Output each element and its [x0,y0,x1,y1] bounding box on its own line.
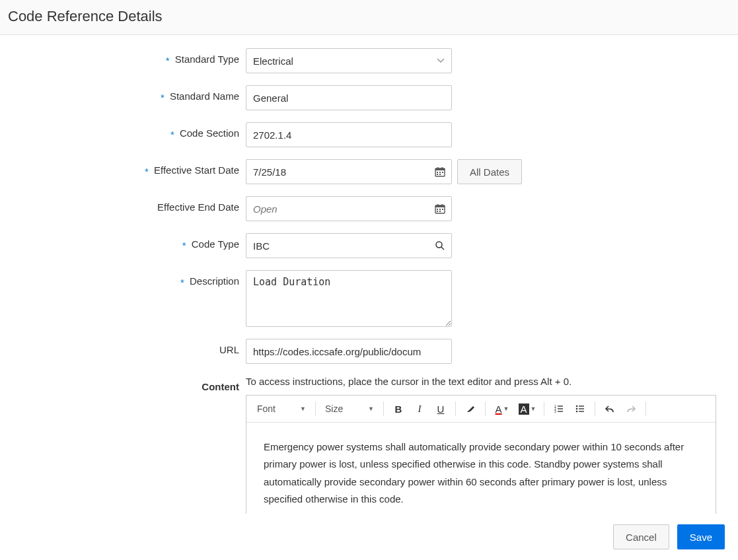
label-text: Standard Name [170,90,239,102]
label-standard-name: * Standard Name [8,85,246,103]
label-text: Code Type [192,238,239,250]
svg-point-26 [576,405,578,407]
row-eff-end: Effective End Date [8,196,730,221]
row-code-type: * Code Type [8,233,730,258]
row-code-section: * Code Section [8,122,730,147]
row-description: * Description [8,270,730,327]
eff-start-date-input[interactable] [246,159,452,184]
label-code-type: * Code Type [8,233,246,251]
cancel-button[interactable]: Cancel [613,524,669,549]
page-header: Code Reference Details [0,0,738,35]
size-dropdown-label: Size [325,403,343,414]
highlight-button[interactable] [461,400,480,418]
label-content: Content [8,376,246,392]
unordered-list-button[interactable] [571,400,589,418]
separator [315,402,316,416]
required-marker: * [182,240,186,251]
row-content: Content To access instructions, place th… [8,376,730,514]
separator [455,402,456,416]
row-standard-name: * Standard Name [8,85,730,110]
redo-button[interactable] [622,400,640,418]
label-url: URL [8,339,246,355]
footer: Cancel Save [0,514,738,560]
description-textarea[interactable] [246,270,452,327]
label-text: Description [190,275,239,287]
code-section-input[interactable] [246,122,452,147]
code-type-input[interactable] [246,233,452,258]
required-marker: * [166,55,170,66]
save-button[interactable]: Save [677,524,725,549]
svg-point-27 [576,408,578,410]
page: Code Reference Details * Standard Type E… [0,0,738,560]
row-eff-start: * Effective Start Date All Dates [8,159,730,184]
all-dates-button[interactable]: All Dates [457,159,522,184]
size-dropdown[interactable]: Size ▼ [321,401,378,417]
separator [595,402,595,416]
underline-button[interactable]: U [431,400,450,418]
separator [544,402,544,416]
separator [646,402,646,416]
standard-name-input[interactable] [246,85,452,110]
form-scroll-area[interactable]: * Standard Type Electrical * Standard Na… [0,35,738,514]
label-eff-start: * Effective Start Date [8,159,246,177]
required-marker: * [180,277,184,288]
svg-text:3: 3 [554,409,556,413]
label-text: Effective End Date [157,201,239,213]
label-code-section: * Code Section [8,122,246,140]
standard-type-select[interactable]: Electrical [246,48,452,73]
editor-hint: To access instructions, place the cursor… [246,376,572,387]
url-input[interactable] [246,339,452,364]
page-title: Code Reference Details [8,8,730,25]
editor-body[interactable]: Emergency power systems shall automatica… [246,423,716,514]
label-text: Content [202,381,239,392]
eff-end-date-input[interactable] [246,196,452,221]
undo-button[interactable] [601,400,619,418]
label-standard-type: * Standard Type [8,48,246,66]
label-text: URL [219,344,239,355]
select-value: Electrical [253,55,293,67]
label-text: Code Section [180,127,239,139]
label-text: Effective Start Date [154,164,239,176]
row-standard-type: * Standard Type Electrical [8,48,730,73]
rich-text-editor: Font ▼ Size ▼ B I U [246,395,716,514]
editor-toolbar: Font ▼ Size ▼ B I U [246,396,716,423]
svg-point-28 [576,411,578,413]
bg-color-button[interactable]: A▼ [516,400,538,418]
ordered-list-button[interactable]: 123 [550,400,568,418]
bold-button[interactable]: B [389,400,408,418]
label-eff-end: Effective End Date [8,196,246,213]
label-text: Standard Type [175,53,239,65]
text-color-button[interactable]: A▼ [491,400,513,418]
italic-button[interactable]: I [410,400,429,418]
font-dropdown-label: Font [257,403,276,414]
font-dropdown[interactable]: Font ▼ [253,401,310,417]
row-url: URL [8,339,730,364]
chevron-down-icon [437,57,445,65]
separator [383,402,384,416]
chevron-down-icon: ▼ [368,405,374,412]
required-marker: * [161,92,165,103]
required-marker: * [145,166,149,177]
required-marker: * [170,129,174,140]
separator [485,402,486,416]
chevron-down-icon: ▼ [300,405,306,412]
label-description: * Description [8,270,246,288]
